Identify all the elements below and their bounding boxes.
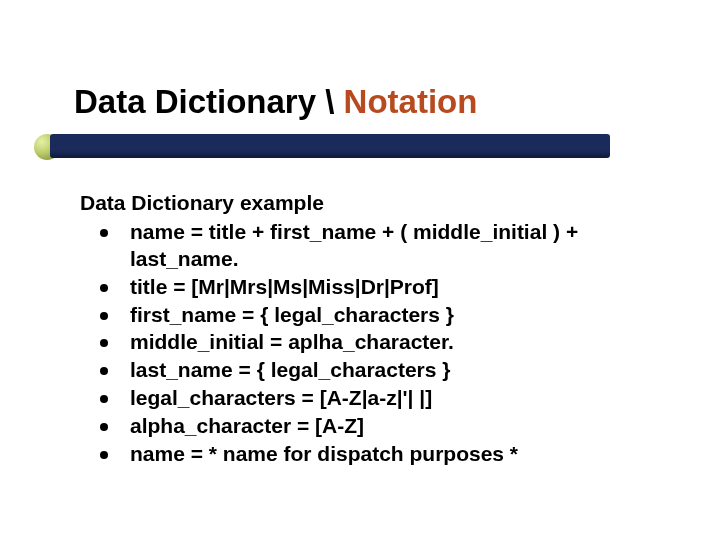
list-item-text: alpha_character = [A-Z] — [130, 414, 364, 437]
list-item-text: name = * name for dispatch purposes * — [130, 442, 518, 465]
list-item: name = title + first_name + ( middle_ini… — [80, 219, 680, 273]
list-item: middle_initial = aplha_character. — [80, 329, 680, 356]
list-item: last_name = { legal_characters } — [80, 357, 680, 384]
content-block: Data Dictionary example name = title + f… — [80, 190, 680, 469]
list-item: title = [Mr|Mrs|Ms|Miss|Dr|Prof] — [80, 274, 680, 301]
slide: Data Dictionary \ Notation Data Dictiona… — [0, 0, 720, 540]
list-item-text: name = title + first_name + ( middle_ini… — [130, 220, 578, 270]
list-item: legal_characters = [A-Z|a-z|'| |] — [80, 385, 680, 412]
list-item-text: legal_characters = [A-Z|a-z|'| |] — [130, 386, 432, 409]
list-item: name = * name for dispatch purposes * — [80, 441, 680, 468]
title-block: Data Dictionary \ Notation — [74, 84, 477, 126]
list-item-text: middle_initial = aplha_character. — [130, 330, 454, 353]
title-accent: Notation — [344, 83, 478, 120]
subheading: Data Dictionary example — [80, 190, 680, 217]
list-item-text: first_name = { legal_characters } — [130, 303, 454, 326]
title-rule — [50, 134, 610, 158]
bullet-list: name = title + first_name + ( middle_ini… — [80, 219, 680, 468]
list-item-text: title = [Mr|Mrs|Ms|Miss|Dr|Prof] — [130, 275, 439, 298]
list-item: alpha_character = [A-Z] — [80, 413, 680, 440]
list-item-text: last_name = { legal_characters } — [130, 358, 450, 381]
slide-title: Data Dictionary \ Notation — [74, 84, 477, 120]
title-text: Data Dictionary \ — [74, 83, 344, 120]
list-item: first_name = { legal_characters } — [80, 302, 680, 329]
